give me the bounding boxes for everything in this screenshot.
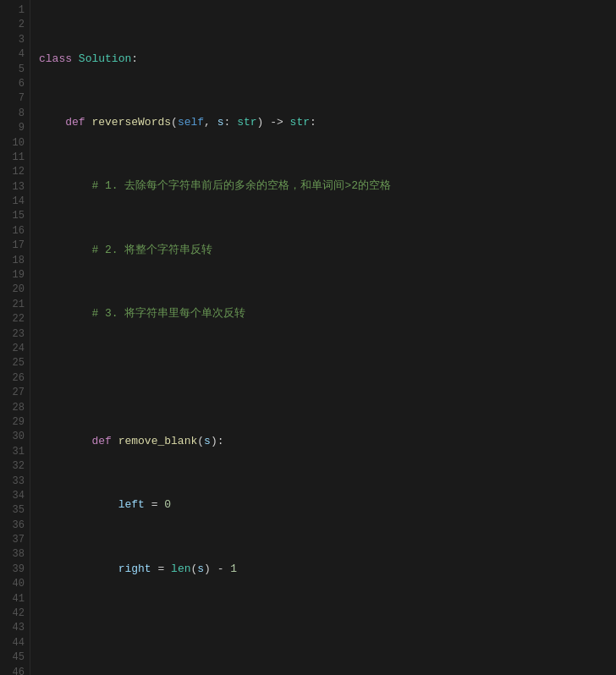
line-num-23: 23 xyxy=(0,327,25,342)
line-num-21: 21 xyxy=(0,298,25,312)
code-line-6 xyxy=(39,370,616,386)
line-num-40: 40 xyxy=(0,577,25,591)
line-num-18: 18 xyxy=(0,254,25,268)
line-num-35: 35 xyxy=(0,503,25,518)
line-num-44: 44 xyxy=(0,636,25,650)
line-num-5: 5 xyxy=(0,63,25,77)
line-num-6: 6 xyxy=(0,77,25,91)
line-num-7: 7 xyxy=(0,91,25,106)
line-num-17: 17 xyxy=(0,239,25,253)
line-num-19: 19 xyxy=(0,268,25,283)
line-num-46: 46 xyxy=(0,666,25,675)
code-line-8: left = 0 xyxy=(39,497,616,513)
line-num-15: 15 xyxy=(0,209,25,223)
line-numbers: 1 2 3 4 5 6 7 8 9 10 11 12 13 14 15 16 1… xyxy=(0,0,30,675)
line-num-9: 9 xyxy=(0,121,25,135)
code-line-1: class Solution: xyxy=(39,52,616,68)
line-num-25: 25 xyxy=(0,356,25,370)
line-num-39: 39 xyxy=(0,562,25,577)
code-editor: 1 2 3 4 5 6 7 8 9 10 11 12 13 14 15 16 1… xyxy=(0,0,616,675)
line-num-45: 45 xyxy=(0,650,25,665)
line-num-24: 24 xyxy=(0,342,25,356)
line-num-43: 43 xyxy=(0,621,25,635)
line-num-31: 31 xyxy=(0,445,25,459)
line-num-26: 26 xyxy=(0,371,25,386)
line-num-38: 38 xyxy=(0,547,25,562)
line-num-12: 12 xyxy=(0,165,25,179)
line-num-2: 2 xyxy=(0,18,25,32)
line-num-32: 32 xyxy=(0,459,25,474)
line-num-4: 4 xyxy=(0,47,25,62)
line-num-1: 1 xyxy=(0,3,25,18)
line-num-13: 13 xyxy=(0,180,25,195)
line-num-3: 3 xyxy=(0,33,25,47)
code-line-7: def remove_blank(s): xyxy=(39,434,616,450)
line-num-30: 30 xyxy=(0,430,25,444)
line-num-11: 11 xyxy=(0,151,25,165)
code-line-2: def reverseWords(self, s: str) -> str: xyxy=(39,115,616,131)
line-num-34: 34 xyxy=(0,489,25,503)
line-num-28: 28 xyxy=(0,401,25,415)
code-line-3: # 1. 去除每个字符串前后的多余的空格，和单词间>2的空格 xyxy=(39,178,616,195)
line-num-27: 27 xyxy=(0,386,25,400)
code-line-5: # 3. 将字符串里每个单次反转 xyxy=(39,306,616,322)
line-num-33: 33 xyxy=(0,475,25,489)
code-line-9: right = len(s) - 1 xyxy=(39,562,616,578)
line-num-41: 41 xyxy=(0,592,25,606)
code-content[interactable]: class Solution: def reverseWords(self, s… xyxy=(30,0,616,675)
line-num-10: 10 xyxy=(0,136,25,151)
line-num-42: 42 xyxy=(0,606,25,621)
line-num-22: 22 xyxy=(0,312,25,327)
line-num-36: 36 xyxy=(0,519,25,533)
line-num-37: 37 xyxy=(0,533,25,547)
line-num-14: 14 xyxy=(0,195,25,209)
line-num-20: 20 xyxy=(0,283,25,297)
line-num-8: 8 xyxy=(0,107,25,121)
line-num-29: 29 xyxy=(0,415,25,430)
code-line-10 xyxy=(39,625,616,641)
line-num-16: 16 xyxy=(0,224,25,239)
code-line-4: # 2. 将整个字符串反转 xyxy=(39,243,616,259)
